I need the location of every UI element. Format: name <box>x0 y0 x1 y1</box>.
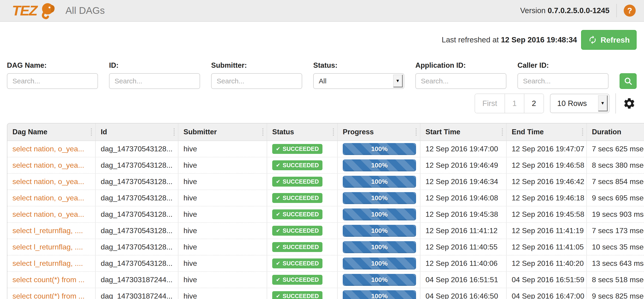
pagination-page-1[interactable]: 1 <box>505 94 524 113</box>
pagination-group: First12 <box>474 93 544 113</box>
dag-name-link[interactable]: select count(*) from ... <box>12 276 84 284</box>
dag-name-link[interactable]: select l_returnflag, .... <box>12 227 83 235</box>
check-icon: ✔ <box>276 195 280 201</box>
cell-dag-id: dag_147370543128... <box>96 223 178 239</box>
status-badge: ✔SUCCEEDED <box>272 291 322 299</box>
cell-dag-name: select l_returnflag, .... <box>8 256 96 271</box>
cell-dag-name: select l_returnflag, .... <box>8 239 96 255</box>
filter-application-id: Application ID: <box>415 61 506 89</box>
cell-duration: 9 secs 825 msecs <box>587 288 644 299</box>
cell-end-time: 04 Sep 2016 16:47:00 <box>507 288 587 299</box>
cell-submitter: hive <box>178 190 267 206</box>
cell-status: ✔SUCCEEDED <box>267 256 338 271</box>
cell-duration: 9 secs 695 msecs <box>587 190 644 206</box>
rows-per-page-select[interactable]: 10 Rows ▼ <box>550 94 610 113</box>
status-label: SUCCEEDED <box>282 293 319 299</box>
refresh-button[interactable]: Refresh <box>581 30 636 50</box>
cell-status: ✔SUCCEEDED <box>267 157 338 173</box>
pagination-first-button[interactable]: First <box>475 94 505 113</box>
cell-end-time: 12 Sep 2016 11:40:20 <box>507 256 587 271</box>
cell-dag-name: select count(*) from ... <box>8 272 96 288</box>
dag-name-link[interactable]: select l_returnflag, .... <box>12 243 83 251</box>
status-badge: ✔SUCCEEDED <box>272 242 322 252</box>
cell-end-time: 12 Sep 2016 19:46:42 <box>507 174 587 190</box>
chevron-down-icon: ▼ <box>393 75 403 87</box>
id-input[interactable] <box>109 73 200 89</box>
column-header-label: Progress <box>343 128 374 136</box>
column-resize-handle[interactable] <box>502 128 503 136</box>
column-header-dag: Dag Name <box>8 123 96 141</box>
progress-bar: 100% <box>343 176 416 188</box>
progress-bar: 100% <box>343 143 416 155</box>
column-header-label: Id <box>101 128 107 136</box>
progress-track: 100% <box>343 258 416 270</box>
cell-duration: 8 secs 518 msecs <box>587 272 644 288</box>
cell-start-time: 04 Sep 2016 16:51:51 <box>420 272 507 288</box>
status-badge: ✔SUCCEEDED <box>272 275 322 285</box>
progress-track: 100% <box>343 176 416 188</box>
caller-id-input[interactable] <box>518 73 608 89</box>
column-resize-handle[interactable] <box>91 128 92 136</box>
cell-progress: 100% <box>338 256 420 271</box>
filter-caller-id: Caller ID: <box>518 61 608 89</box>
table-row: select nation, o_yea...dag_147370543128.… <box>8 157 644 173</box>
cell-dag-id: dag_147303187244... <box>96 272 178 288</box>
dag-name-input[interactable] <box>7 73 98 89</box>
cell-duration: 8 secs 380 msecs <box>587 157 644 173</box>
submitter-input[interactable] <box>211 73 302 89</box>
vertical-divider <box>616 93 616 114</box>
column-resize-handle[interactable] <box>333 128 334 136</box>
cell-dag-name: select nation, o_yea... <box>8 141 96 157</box>
pagination-page-2[interactable]: 2 <box>524 94 543 113</box>
settings-button[interactable] <box>622 97 636 110</box>
dag-name-link[interactable]: select l_returnflag, .... <box>12 259 83 268</box>
status-badge: ✔SUCCEEDED <box>272 160 322 170</box>
last-refreshed-time: 12 Sep 2016 19:48:34 <box>501 35 577 44</box>
table-row: select nation, o_yea...dag_147370543128.… <box>8 206 644 222</box>
column-resize-handle[interactable] <box>174 128 175 136</box>
cell-dag-name: select l_returnflag, .... <box>8 223 96 239</box>
help-icon[interactable]: ? <box>624 4 636 16</box>
vertical-divider <box>616 4 617 17</box>
cell-submitter: hive <box>178 157 267 173</box>
filter-label-dag-name: DAG Name: <box>7 61 98 70</box>
dag-name-link[interactable]: select count(*) from ... <box>12 292 84 299</box>
filter-label-status: Status: <box>313 61 404 70</box>
column-header-label: End Time <box>512 128 544 136</box>
column-resize-handle[interactable] <box>582 128 583 136</box>
application-id-input[interactable] <box>415 73 506 89</box>
cell-progress: 100% <box>338 206 420 222</box>
cell-end-time: 04 Sep 2016 16:51:59 <box>507 272 587 288</box>
dag-name-link[interactable]: select nation, o_yea... <box>12 210 84 219</box>
column-header-id: Id <box>96 123 178 141</box>
check-icon: ✔ <box>276 277 280 283</box>
table-header-row: Dag NameIdSubmitterStatusProgressStart T… <box>8 123 644 141</box>
cell-start-time: 12 Sep 2016 11:40:55 <box>420 239 507 255</box>
cell-dag-id: dag_147370543128... <box>96 256 178 271</box>
dag-name-link[interactable]: select nation, o_yea... <box>12 194 84 202</box>
status-select[interactable]: All▼ <box>313 73 404 89</box>
progress-bar: 100% <box>343 258 416 270</box>
column-resize-handle[interactable] <box>262 128 264 136</box>
table-row: select count(*) from ...dag_147303187244… <box>8 271 644 288</box>
top-bar: TEZ All DAGs Version 0.7.0.2.5.0.0-1245 … <box>0 0 644 22</box>
dag-name-link[interactable]: select nation, o_yea... <box>12 161 84 170</box>
status-select-value: All <box>319 77 326 85</box>
column-resize-handle[interactable] <box>416 128 417 136</box>
gear-icon <box>623 97 636 110</box>
version-label: Version <box>520 6 546 15</box>
dag-name-link[interactable]: select nation, o_yea... <box>12 177 84 186</box>
filters-row: DAG Name:ID:Submitter:Status:All▼Applica… <box>7 61 636 89</box>
version-value: 0.7.0.2.5.0.0-1245 <box>548 6 610 15</box>
cell-duration: 19 secs 903 msecs <box>587 206 644 222</box>
cell-end-time: 12 Sep 2016 11:41:19 <box>507 223 587 239</box>
dag-name-link[interactable]: select nation, o_yea... <box>12 145 84 153</box>
rows-per-page-value: 10 Rows <box>557 99 587 108</box>
table-row: select l_returnflag, ....dag_14737054312… <box>8 222 644 239</box>
cell-start-time: 12 Sep 2016 11:40:06 <box>420 256 507 271</box>
cell-status: ✔SUCCEEDED <box>267 206 338 222</box>
search-icon <box>624 77 632 85</box>
status-label: SUCCEEDED <box>282 228 319 234</box>
search-button[interactable] <box>620 73 636 89</box>
cell-progress: 100% <box>338 288 420 299</box>
